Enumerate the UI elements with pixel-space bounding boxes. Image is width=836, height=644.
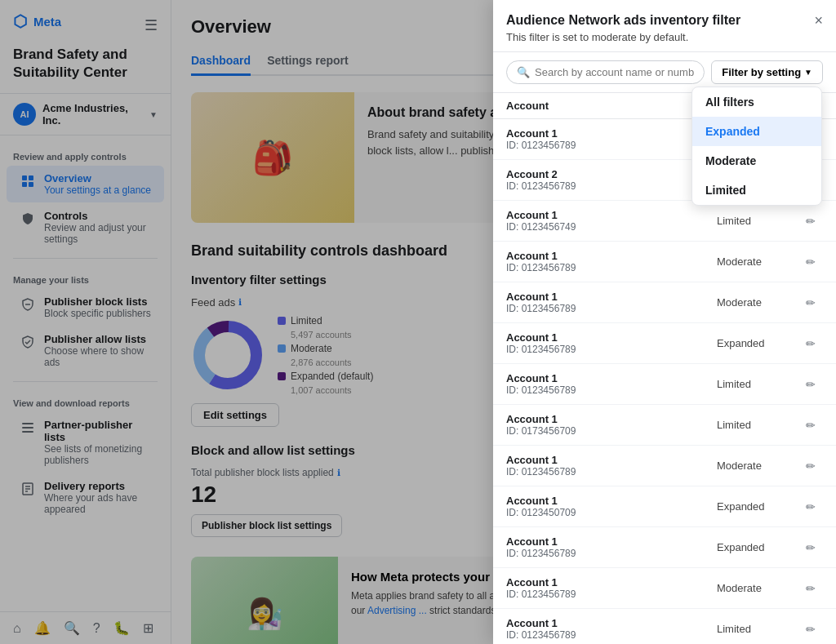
account-id: ID: 0123456789 (506, 466, 717, 477)
account-id: ID: 0123456789 (506, 384, 717, 396)
sidebar-item-allow-lists[interactable]: Publisher allow lists Choose where to sh… (7, 326, 164, 375)
sidebar-account-selector[interactable]: AI Acme Industries, Inc. ▼ (0, 94, 171, 135)
account-id: ID: 0173456709 (506, 425, 717, 437)
moderate-count: 2,876 accounts (291, 358, 373, 367)
table-row: Account 1 ID: 0123456789 Moderate ✏ (493, 282, 836, 323)
account-name: Account 1 (506, 291, 717, 303)
bell-icon[interactable]: 🔔 (34, 620, 51, 636)
panel-subtitle: This filter is set to moderate by defaul… (506, 31, 823, 43)
account-info: Account 1 ID: 0123456789 (506, 372, 717, 396)
sidebar-item-partner-lists[interactable]: Partner-publisher lists See lists of mon… (7, 412, 164, 473)
sidebar-item-controls[interactable]: Controls Review and adjust your settings (7, 203, 164, 251)
setting-badge: Limited (717, 215, 798, 227)
block-shield-icon (20, 296, 36, 313)
feed-ads-label: Feed ads ℹ (191, 296, 487, 309)
account-name: Account 1 (506, 576, 717, 588)
tab-settings-report[interactable]: Settings report (267, 47, 349, 76)
block-lists-info-icon: ℹ (337, 468, 340, 478)
setting-badge: Moderate (717, 296, 798, 309)
edit-icon[interactable]: ✏ (798, 378, 823, 391)
filter-by-setting-button[interactable]: Filter by setting ▼ All filters Expanded… (711, 60, 823, 84)
account-name: Account 1 (506, 331, 717, 344)
overview-sublabel: Your settings at a glance (44, 184, 151, 196)
partner-lists-label: Partner-publisher lists (44, 419, 151, 443)
filter-option-expanded[interactable]: Expanded (692, 117, 821, 146)
account-info: Account 1 ID: 0173456709 (506, 413, 717, 437)
filter-option-all[interactable]: All filters (692, 87, 821, 117)
edit-icon[interactable]: ✏ (798, 541, 823, 554)
home-icon[interactable]: ⌂ (13, 621, 21, 636)
block-lists-label: Publisher block lists (44, 295, 151, 308)
block-list-settings-btn[interactable]: Publisher block list settings (191, 514, 342, 537)
sidebar-header: ⬡ Meta ☰ Brand Safety and Suitability Ce… (0, 0, 171, 94)
edit-settings-btn-feed[interactable]: Edit settings (191, 403, 279, 427)
avatar: AI (13, 103, 36, 126)
account-info: Account 1 ID: 0123456789 (506, 576, 717, 600)
filter-option-moderate[interactable]: Moderate (692, 146, 821, 175)
bug-icon[interactable]: 🐛 (113, 620, 130, 636)
edit-icon[interactable]: ✏ (798, 500, 823, 513)
sidebar-bottom-nav: ⌂ 🔔 🔍 ? 🐛 ⊞ (0, 611, 171, 644)
tab-dashboard[interactable]: Dashboard (191, 47, 251, 76)
controls-sublabel: Review and adjust your settings (44, 222, 151, 245)
apps-icon[interactable]: ⊞ (143, 620, 153, 636)
table-row: Account 1 ID: 0123456789 Expanded ✏ (493, 527, 836, 568)
svg-rect-0 (22, 175, 27, 180)
feed-ads-donut (191, 318, 265, 392)
delivery-reports-label: Delivery reports (44, 480, 151, 492)
col-account-header: Account (506, 100, 717, 112)
search-input[interactable] (535, 66, 694, 78)
account-id: ID: 0123456789 (506, 303, 717, 314)
edit-icon[interactable]: ✏ (798, 337, 823, 350)
edit-icon[interactable]: ✏ (798, 460, 823, 473)
grid-icon (20, 173, 36, 189)
edit-icon[interactable]: ✏ (798, 623, 823, 636)
sidebar-divider-1 (13, 258, 158, 259)
search-icon[interactable]: 🔍 (64, 620, 80, 636)
close-icon[interactable]: × (814, 13, 823, 28)
account-name: Account 1 (506, 454, 717, 466)
section-label-reports: View and download reports (0, 389, 171, 411)
account-name: Account 1 (506, 372, 717, 384)
edit-icon[interactable]: ✏ (798, 215, 823, 228)
account-name: Account 1 (506, 535, 717, 548)
setting-badge: Limited (717, 419, 798, 431)
search-container: 🔍 (506, 60, 705, 84)
sidebar-item-overview[interactable]: Overview Your settings at a glance (7, 166, 164, 202)
advertising-standards-link[interactable]: Advertising ... (367, 605, 427, 616)
meta-logo-text: Meta (33, 15, 61, 29)
panel-search-row: 🔍 Filter by setting ▼ All filters Expand… (493, 52, 836, 93)
edit-icon[interactable]: ✏ (798, 419, 823, 432)
edit-icon[interactable]: ✏ (798, 582, 823, 595)
panel-header: Audience Network ads inventory filter × … (493, 0, 836, 52)
account-info: Account 1 ID: 0123450709 (506, 495, 717, 518)
filter-option-limited[interactable]: Limited (692, 175, 821, 205)
account-name: Account 1 (506, 127, 717, 140)
sidebar-item-block-lists[interactable]: Publisher block lists Block specific pub… (7, 289, 164, 326)
table-row: Account 1 ID: 0173456709 Limited ✏ (493, 405, 836, 446)
table-row: Account 1 ID: 0123456789 Moderate ✏ (493, 568, 836, 609)
section-label-lists: Manage your lists (0, 265, 171, 288)
filter-dropdown: All filters Expanded Moderate Limited (691, 87, 822, 206)
table-row: Account 1 ID: 0123456789 Limited ✏ (493, 609, 836, 644)
inventory-filter-panel: Audience Network ads inventory filter × … (493, 0, 836, 644)
table-row: Account 1 ID: 0123450709 Expanded ✏ (493, 486, 836, 527)
account-info: Account 2 ID: 0123456789 (506, 168, 717, 192)
hamburger-icon[interactable]: ☰ (145, 16, 158, 34)
help-icon[interactable]: ? (93, 621, 100, 636)
setting-badge: Limited (717, 378, 798, 390)
overview-label: Overview (44, 172, 151, 184)
edit-icon[interactable]: ✏ (798, 255, 823, 269)
svg-rect-1 (29, 175, 33, 180)
svg-rect-2 (22, 182, 27, 187)
allow-shield-icon (20, 334, 36, 350)
table-row: Account 1 ID: 0123456789 Moderate ✏ (493, 242, 836, 282)
account-name: Account 1 (506, 495, 717, 507)
sidebar-item-delivery-reports[interactable]: Delivery reports Where your ads have app… (7, 473, 164, 522)
edit-icon[interactable]: ✏ (798, 296, 823, 309)
account-id: ID: 0123456789 (506, 140, 717, 151)
account-info: Account 1 ID: 0123456789 (506, 331, 717, 355)
account-info: Account 1 ID: 0123456749 (506, 209, 717, 233)
account-id: ID: 0123456789 (506, 629, 717, 641)
panel-title: Audience Network ads inventory filter (506, 13, 740, 28)
